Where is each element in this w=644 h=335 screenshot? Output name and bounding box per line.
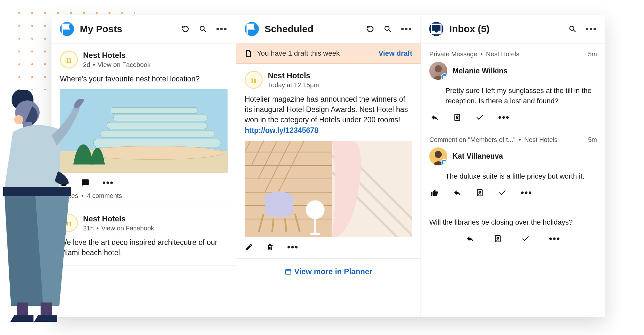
svg-point-31	[479, 191, 481, 193]
edit-icon[interactable]	[245, 243, 253, 251]
svg-point-28	[435, 151, 442, 158]
svg-point-8	[200, 26, 204, 30]
inbox-age: 5m	[588, 136, 597, 144]
post-image	[245, 141, 412, 237]
post-meta: 21hView on Facebook	[83, 225, 154, 232]
streams-board: My Posts ••• n Nest Hotels 2dView on Fac…	[52, 15, 605, 317]
inbox-item: Will the libraries be closing over the h…	[421, 204, 605, 250]
reply-icon[interactable]	[431, 113, 439, 122]
column-header: Scheduled •••	[236, 15, 421, 43]
network-badge-icon	[441, 159, 447, 165]
inbox-message: Will the libraries be closing over the h…	[429, 217, 597, 228]
inbox-actions: •••	[429, 235, 597, 243]
view-on-link[interactable]: View on Facebook	[98, 61, 150, 68]
resolve-icon[interactable]	[498, 189, 507, 197]
search-icon[interactable]	[199, 25, 207, 33]
scheduled-post-card: n Nest Hotels Today at 12:15pm Hotelier …	[236, 64, 421, 259]
refresh-icon[interactable]	[181, 25, 190, 33]
avatar	[429, 147, 447, 165]
banner-text: You have 1 draft this week	[257, 49, 340, 58]
post-text: Where's your favourite nest hotel locati…	[60, 74, 228, 84]
column-header: My Posts •••	[52, 15, 236, 43]
column-scheduled: Scheduled ••• You have 1 draft this week…	[236, 15, 421, 317]
svg-point-27	[457, 116, 458, 117]
network-badge-icon	[441, 73, 447, 80]
assign-icon[interactable]	[494, 235, 502, 243]
column-header: Inbox (5) •••	[421, 15, 605, 43]
svg-rect-5	[3, 187, 71, 196]
svg-rect-15	[93, 139, 221, 147]
svg-rect-12	[114, 115, 208, 121]
view-on-link[interactable]: View on Facebook	[101, 225, 154, 232]
reply-icon[interactable]	[453, 189, 461, 197]
flag-icon	[245, 22, 259, 36]
svg-rect-11	[110, 107, 197, 114]
svg-rect-6	[17, 302, 28, 317]
inbox-user-name: Kat Villaneuva	[452, 152, 503, 161]
svg-rect-25	[443, 76, 446, 78]
inbox-message: Pretty sure I left my sunglasses at the …	[445, 86, 597, 106]
search-icon[interactable]	[384, 25, 392, 33]
reply-icon[interactable]	[466, 235, 474, 243]
svg-rect-14	[100, 130, 214, 138]
post-link[interactable]: http://ow.ly/12345678	[245, 126, 318, 135]
draft-banner: You have 1 draft this week View draft	[236, 43, 421, 64]
view-draft-link[interactable]: View draft	[379, 49, 412, 58]
refresh-icon[interactable]	[366, 25, 374, 33]
scheduled-actions: •••	[245, 243, 412, 251]
svg-rect-19	[245, 141, 332, 237]
flag-icon	[60, 22, 74, 36]
inbox-item: Comment on "Members of t..."•Nest Hotels…	[421, 129, 605, 204]
svg-point-1	[15, 91, 24, 100]
avatar-nest: n	[60, 51, 78, 69]
like-icon[interactable]	[431, 189, 439, 197]
svg-rect-22	[286, 269, 291, 274]
inbox-item: Private Message•Nest Hotels 5m Melanie W…	[421, 43, 605, 129]
inbox-actions: •••	[431, 113, 597, 122]
inbox-meta: Comment on "Members of t..."•Nest Hotels…	[429, 136, 597, 144]
inbox-age: 5m	[588, 51, 597, 58]
calendar-icon	[285, 268, 292, 275]
document-icon	[245, 50, 252, 57]
post-author: Nest Hotels	[268, 71, 319, 80]
svg-point-33	[497, 237, 498, 239]
post-author: Nest Hotels	[83, 51, 150, 60]
assign-icon[interactable]	[476, 189, 484, 197]
post-text: Hotelier magazine has announced the winn…	[245, 94, 412, 135]
inbox-user-name: Melanie Wilkins	[452, 67, 507, 75]
svg-rect-7	[41, 302, 52, 317]
column-title: Inbox (5)	[449, 23, 562, 34]
resolve-icon[interactable]	[521, 235, 530, 243]
post-meta: 2dView on Facebook	[83, 61, 150, 69]
column-title: My Posts	[80, 23, 175, 34]
svg-point-16	[83, 146, 224, 160]
search-icon[interactable]	[568, 25, 577, 33]
svg-point-21	[306, 200, 324, 219]
resolve-icon[interactable]	[476, 113, 484, 122]
inbox-message: The duluxe suite is a little pricey but …	[445, 171, 597, 181]
svg-point-17	[385, 26, 389, 30]
illustration-person	[0, 90, 90, 325]
assign-icon[interactable]	[453, 113, 461, 122]
post-author: Nest Hotels	[83, 214, 154, 223]
svg-point-23	[570, 26, 574, 30]
avatar-nest: n	[245, 71, 263, 89]
column-title: Scheduled	[265, 23, 360, 34]
avatar	[429, 62, 447, 80]
delete-icon[interactable]	[266, 243, 274, 251]
inbox-meta: Private Message•Nest Hotels 5m	[429, 51, 597, 58]
inbox-actions: •••	[431, 189, 597, 197]
view-planner-link[interactable]: View more in Planner	[236, 259, 421, 284]
inbox-icon	[429, 22, 443, 36]
column-inbox: Inbox (5) ••• Private Message•Nest Hotel…	[421, 15, 605, 317]
svg-point-24	[435, 65, 442, 72]
svg-rect-13	[107, 122, 207, 129]
svg-point-3	[14, 115, 23, 124]
post-time: Today at 12:15pm	[268, 81, 319, 89]
svg-rect-29	[443, 161, 446, 164]
